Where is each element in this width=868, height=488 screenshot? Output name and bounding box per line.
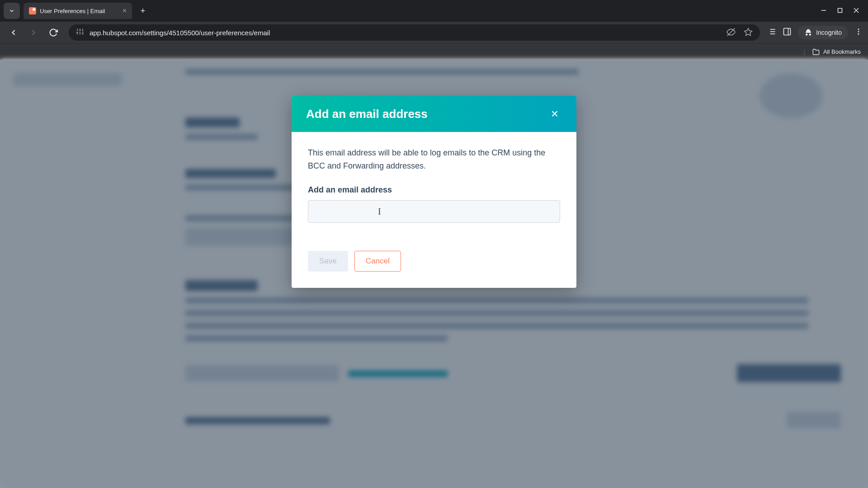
all-bookmarks-label: All Bookmarks — [823, 48, 861, 55]
minimize-button[interactable] — [821, 7, 826, 14]
svg-point-25 — [858, 33, 859, 35]
close-icon[interactable]: × — [547, 107, 562, 121]
svg-rect-1 — [838, 9, 842, 13]
modal-body: This email address will be able to log e… — [292, 132, 576, 288]
back-button[interactable] — [5, 24, 22, 41]
address-bar[interactable]: app.hubspot.com/settings/45105500/user-p… — [69, 24, 760, 41]
reload-button[interactable] — [45, 24, 61, 41]
svg-point-23 — [858, 28, 859, 30]
tab-search-dropdown[interactable] — [4, 3, 20, 19]
modal-header: Add an email address × — [292, 96, 576, 132]
bookmark-star-icon[interactable] — [744, 28, 753, 38]
modal-title: Add an email address — [306, 107, 428, 121]
modal-actions: Save Cancel — [308, 251, 560, 272]
browser-menu-icon[interactable] — [854, 28, 863, 38]
browser-toolbar: app.hubspot.com/settings/45105500/user-p… — [0, 22, 868, 43]
site-settings-icon[interactable] — [76, 28, 84, 38]
incognito-badge[interactable]: Incognito — [798, 26, 848, 39]
incognito-label: Incognito — [816, 29, 842, 36]
modal-description: This email address will be able to log e… — [308, 146, 560, 173]
all-bookmarks-button[interactable]: All Bookmarks — [812, 48, 861, 56]
bookmarks-separator: | — [804, 48, 805, 55]
svg-point-24 — [858, 31, 859, 33]
new-tab-button[interactable]: + — [136, 4, 150, 18]
hubspot-favicon-icon — [29, 7, 36, 14]
media-control-icon[interactable] — [767, 27, 776, 38]
side-panel-icon[interactable] — [783, 27, 792, 38]
svg-marker-14 — [745, 28, 752, 35]
bookmarks-bar: | All Bookmarks — [0, 43, 868, 60]
modal-overlay[interactable]: Add an email address × This email addres… — [0, 60, 868, 488]
close-tab-icon[interactable]: × — [123, 7, 127, 15]
url-text: app.hubspot.com/settings/45105500/user-p… — [90, 29, 721, 37]
forward-button[interactable] — [25, 24, 42, 41]
incognito-icon — [804, 28, 812, 37]
maximize-button[interactable] — [837, 7, 843, 14]
add-email-modal: Add an email address × This email addres… — [292, 96, 576, 288]
email-field-label: Add an email address — [308, 185, 560, 195]
close-window-button[interactable] — [854, 7, 859, 14]
tab-title: User Preferences | Email — [40, 8, 119, 14]
email-input[interactable] — [308, 200, 560, 223]
cancel-button[interactable]: Cancel — [354, 251, 401, 272]
page-content: Add an email address × This email addres… — [0, 60, 868, 488]
browser-tab-strip: User Preferences | Email × + — [0, 0, 868, 22]
save-button[interactable]: Save — [308, 251, 348, 272]
active-tab[interactable]: User Preferences | Email × — [24, 3, 132, 19]
tracking-blocked-icon[interactable] — [726, 28, 736, 38]
svg-rect-21 — [784, 28, 791, 35]
window-controls — [821, 7, 864, 14]
